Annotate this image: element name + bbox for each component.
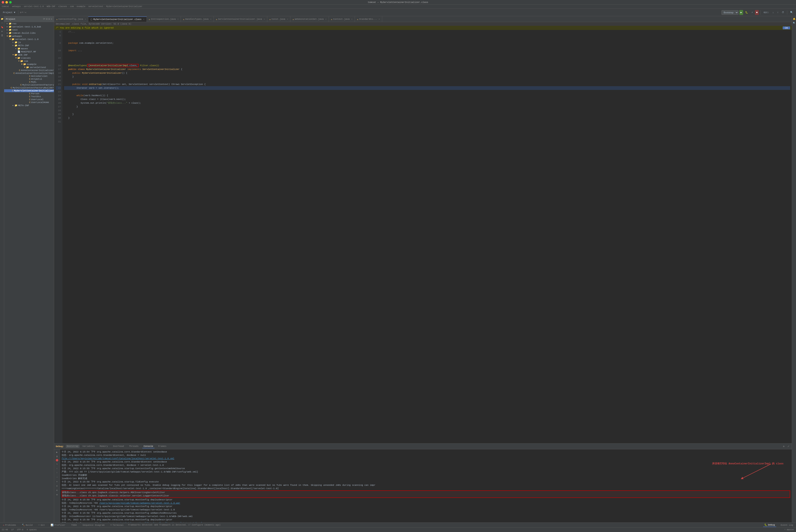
debug-tab-overhead[interactable]: Overhead [112,444,125,448]
debug-resume-icon[interactable]: ▶ [55,450,59,454]
debug-breakpoints[interactable]: ⊙ [55,484,59,488]
breadcrumb-item[interactable]: example [77,5,86,8]
terminal-item[interactable]: ⌨ Terminal [109,523,125,527]
tab-close-icon[interactable]: ✕ [287,18,288,20]
debug-pause-icon[interactable]: ⏸ [55,455,59,458]
breadcrumb-item[interactable]: servlet-test-1.0 [24,5,44,8]
debug-tab-console[interactable]: Console [143,444,154,448]
search-everywhere[interactable]: 🔍 [789,10,794,15]
tab-close-icon[interactable]: ✕ [264,18,265,20]
tree-item-person[interactable]: ▶ C Person [4,92,54,95]
tree-item-userlocalh[interactable]: ▶ C UserLocalHome [4,101,54,104]
run-button[interactable]: ▶ [739,10,743,15]
tree-item-webapps[interactable]: ▼ 📂 webapps [4,35,54,38]
log-link[interactable]: /Users/quyixiao/gitlab/tomcat/webapps/se… [99,502,180,504]
collapse-icon[interactable]: ⊟ [46,18,48,21]
status-branch[interactable]: ⑂ master [784,529,794,531]
tab-standardco[interactable]: ☕ StandardCo... ✕ [355,16,382,22]
tree-item-tomcat-build-libs[interactable]: ▶ 📁 tomcat-build-libs [4,32,54,35]
debug-tab-memory[interactable]: Memory [98,444,109,448]
log-link[interactable]: file:///Users/quyixiao/gitlab/tomcat/con… [62,457,174,460]
close-button[interactable] [2,1,4,3]
tree-item-testdto[interactable]: ▶ C TestDto [4,95,54,98]
console-output[interactable]: 十月 24, 2022 6:15:54 下午 org.apache.catali… [60,449,792,522]
tab-context-config[interactable]: ☕ ContextConfig.java ✕ [54,16,88,22]
event-log-item[interactable]: Event Log [780,524,794,527]
git-item[interactable]: ⑂ Git [37,524,46,527]
notifications-icon[interactable]: 🔔 [792,17,796,21]
database-icon[interactable]: 🗄 [0,34,4,37]
todo-item[interactable]: TODO [70,524,78,527]
ok-button[interactable]: OK [783,26,790,29]
tree-item-myel[interactable]: ▶ C MyEL [4,80,54,83]
bookmarks-icon[interactable]: 🔖 [0,25,4,29]
minimize-button[interactable] [5,1,8,3]
lens-icon[interactable]: 🔍 [792,21,796,25]
close-panel-icon[interactable]: ✕ [51,18,52,21]
tree-item-test[interactable]: ▶ 📁 test [4,28,54,32]
debug-run-cursor[interactable]: → [55,475,59,479]
breadcrumb-item[interactable]: com [70,5,74,8]
tree-item-myinitialbuilder[interactable]: ▶ C MyInitialContextFactoryBuilder [4,87,54,89]
tree-item-example[interactable]: ▼ 📂 example [4,63,54,66]
problems-item[interactable]: ⚠ Problems [2,523,17,527]
tab-close-icon[interactable]: ✕ [85,18,86,20]
debug-mute[interactable]: ⊘ [55,488,59,492]
log-link[interactable]: /Users/quyixiao/gitlab/tomcat/conf/Catal… [99,522,202,522]
tab-close-icon[interactable]: ✕ [379,18,380,20]
tree-item-res[interactable]: ▶ 📁 res [4,22,54,25]
bootstrap-tab[interactable]: Bootstrap [66,445,79,448]
code-content[interactable]: //... package com.example.servelettest; … [62,30,792,443]
debug-settings-icon[interactable]: ⚙ [782,444,785,448]
sequence-item[interactable]: Sequence Diagram [81,524,106,527]
tab-handles-types[interactable]: ☕ HandlesTypes.java ✕ [181,16,214,22]
debug-stop-btn[interactable] [56,459,58,461]
tree-item-servelet-bak[interactable]: ▶ 📁 servelet-test-1.0_bak [4,25,54,28]
debug-step-over[interactable]: ↷ [55,462,59,466]
tree-item-meta-inf-1[interactable]: ▶ 📁 META-INF [4,44,54,47]
tree-item-manifest[interactable]: ▶ 📄 MANIFEST.MF [4,50,54,53]
tab-close-icon[interactable]: ✕ [143,18,145,21]
debug-settings2[interactable]: ⚙ [55,493,59,496]
tree-item-myservlet-init[interactable]: ▶ C MyServletContainerInitializer [4,89,54,92]
tree-item-anno-container[interactable]: ▶ C AnnoContainerInitializer [4,69,54,72]
tree-item-classes[interactable]: ▼ 📂 classes [4,56,54,59]
tab-close-icon[interactable]: ✕ [352,18,353,20]
tree-item-web-inf[interactable]: ▼ 📂 WEB-INF [4,53,54,56]
debug-tab-frames[interactable]: Frames [157,444,168,448]
vcs-icon[interactable]: ⑂ [0,21,4,25]
maximize-button[interactable] [9,1,12,3]
debug-tab-variables[interactable]: Variables [81,444,96,448]
debug-step-into[interactable]: ↓ [55,467,59,470]
vcs-history[interactable]: ⏱ [781,10,785,15]
vcs-push[interactable]: ↑ [776,10,780,15]
project-menu[interactable]: Project ▼ [2,10,16,15]
sync-icon[interactable]: ⟳ [43,18,45,21]
profiler-item[interactable]: 📊 Profiler [49,523,67,527]
tab-close-icon[interactable]: ✕ [177,18,178,20]
tab-close-icon[interactable]: ✕ [210,18,211,20]
breadcrumb-item[interactable]: MyServletContainerInitializer [106,5,143,8]
tree-item-js[interactable]: ▶ 📁 js [4,41,54,44]
tree-item-servelettest[interactable]: ▼ 📂 servelettest [4,66,54,69]
tree-item-hello-servlet[interactable]: ▶ C HelloServlet [4,75,54,78]
tree-item-myinitial[interactable]: ▶ C MyInitialContextFactory [4,83,54,87]
coverage-button[interactable]: ⚡ [750,10,754,15]
debug-bottom-item[interactable]: 🐛 Debug [763,523,776,527]
breadcrumb-item[interactable]: servelettest [88,5,103,8]
stop-button[interactable]: ■ [755,10,759,15]
project-icon[interactable]: 📁 [0,17,4,21]
tab-webanno[interactable]: ☕ WebAnnotationSet.java ✕ [290,16,329,22]
tree-item-meta-inf-2[interactable]: ▶ 📁 META-INF [4,104,54,107]
build-item[interactable]: 🔨 Build [21,523,34,527]
tree-item-anno-container-impl[interactable]: ▶ C AnnoContainerInitializerImpl [4,72,54,75]
vcs-update[interactable]: ↓ [771,10,775,15]
tree-item-maven[interactable]: ▶ 📁 maven [4,47,54,50]
tab-close-icon[interactable]: ✕ [325,18,327,20]
tab-const[interactable]: ☕ Const.java ✕ [267,16,290,22]
tab-introspection[interactable]: ☕ Introspection.java ✕ [147,16,181,22]
breadcrumb-item[interactable]: webapps [12,5,21,8]
tree-item-userlocal[interactable]: ▶ C UserLocal [4,98,54,101]
tab-servlet-container[interactable]: ☕ ServletContainerInitializer.java ✕ [214,16,267,22]
breadcrumb-item[interactable]: WEB-INF [46,5,55,8]
